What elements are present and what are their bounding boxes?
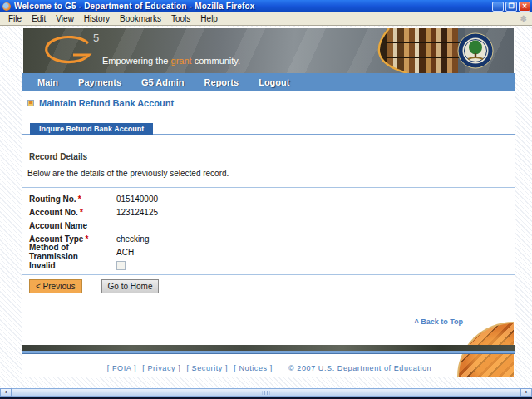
field-value: checking xyxy=(116,234,149,244)
field-label: Account No.* xyxy=(29,208,116,217)
go-to-home-button[interactable]: Go to Home xyxy=(101,279,160,293)
menu-tools[interactable]: Tools xyxy=(166,13,195,24)
field-row-account-name: Account Name xyxy=(22,219,515,232)
invalid-checkbox[interactable] xyxy=(116,261,126,270)
g5-logo-icon: 5 xyxy=(42,32,108,73)
minimize-button[interactable]: – xyxy=(492,2,504,12)
required-asterisk: * xyxy=(80,208,83,217)
menu-edit[interactable]: Edit xyxy=(27,13,51,24)
main-nav: Main Payments G5 Admin Reports Logout xyxy=(22,73,515,91)
required-asterisk: * xyxy=(78,195,81,204)
g5-logo-number: 5 xyxy=(93,32,99,44)
header-banner: 5 Empowering the grant community. xyxy=(23,28,514,73)
field-label: Account Name xyxy=(29,221,116,230)
content-card: 5 Empowering the grant community. xyxy=(22,27,515,377)
scrollbar-thumb[interactable] xyxy=(12,388,520,397)
field-row-account-no: Account No.* 123124125 xyxy=(22,205,515,219)
footer-link-notices[interactable]: [ Notices ] xyxy=(234,364,273,372)
menu-bookmarks[interactable]: Bookmarks xyxy=(115,13,166,24)
footer-link-security[interactable]: [ Security ] xyxy=(186,364,228,372)
section-description: Below are the details of the previously … xyxy=(27,169,515,178)
menu-bar: File Edit View History Bookmarks Tools H… xyxy=(0,12,532,26)
nav-payments[interactable]: Payments xyxy=(78,77,121,87)
firefox-icon xyxy=(2,2,11,11)
close-button[interactable]: ✕ xyxy=(519,2,530,12)
back-to-top-link[interactable]: ^ Back to Top xyxy=(414,318,463,326)
menu-view[interactable]: View xyxy=(51,13,79,24)
footer: [ FOIA ] [ Privacy ] [ Security ] [ Noti… xyxy=(22,364,515,372)
scrollbar-gripper xyxy=(263,391,270,395)
footer-divider-bar xyxy=(22,345,515,354)
field-label: Invalid xyxy=(29,261,116,270)
bookshelf-image xyxy=(356,28,466,73)
education-seal-icon xyxy=(457,32,494,72)
field-label: Method of Tranmission xyxy=(29,243,116,261)
divider-top xyxy=(22,187,515,188)
field-value: ACH xyxy=(116,248,134,257)
copyright-text: © 2007 U.S. Department of Education xyxy=(288,364,431,372)
throbber-icon: ✽ xyxy=(520,14,527,23)
tab-inquire-refund-bank-account[interactable]: Inquire Refund Bank Account xyxy=(30,123,153,135)
field-row-routing-no: Routing No.* 015140000 xyxy=(22,192,515,205)
tab-strip: Inquire Refund Bank Account xyxy=(22,123,515,135)
divider-bottom xyxy=(22,274,515,275)
nav-logout[interactable]: Logout xyxy=(259,77,289,87)
nav-g5-admin[interactable]: G5 Admin xyxy=(141,77,185,87)
window-title: Welcome to G5 - Department of Education … xyxy=(14,2,492,11)
required-asterisk: * xyxy=(85,234,88,244)
page-background: 5 Empowering the grant community. xyxy=(0,26,532,399)
scroll-right-arrow[interactable]: › xyxy=(520,388,532,397)
footer-link-foia[interactable]: [ FOIA ] xyxy=(107,364,136,372)
section-heading: Record Details xyxy=(29,152,515,161)
footer-link-privacy[interactable]: [ Privacy ] xyxy=(142,364,180,372)
field-value: 015140000 xyxy=(116,195,158,204)
field-label: Account Type* xyxy=(29,234,116,244)
menu-file[interactable]: File xyxy=(3,13,27,24)
previous-button[interactable]: < Previous xyxy=(29,279,82,293)
banner-tagline: Empowering the grant community. xyxy=(102,56,240,66)
window-titlebar[interactable]: Welcome to G5 - Department of Education … xyxy=(0,0,532,12)
nav-main[interactable]: Main xyxy=(37,77,58,87)
scroll-left-arrow[interactable]: ‹ xyxy=(0,388,12,397)
horizontal-scrollbar[interactable]: ‹ › xyxy=(0,388,532,397)
restore-button[interactable]: ❐ xyxy=(505,2,517,12)
menu-help[interactable]: Help xyxy=(195,13,223,24)
field-value: 123124125 xyxy=(116,208,158,217)
field-label: Routing No.* xyxy=(29,195,116,204)
page-title-icon xyxy=(27,100,34,106)
menu-history[interactable]: History xyxy=(79,13,115,24)
page-title: Maintain Refund Bank Account xyxy=(39,98,174,108)
field-row-method-of-tranmission: Method of Tranmission ACH xyxy=(22,245,515,259)
nav-reports[interactable]: Reports xyxy=(204,77,239,87)
field-row-invalid: Invalid xyxy=(22,259,515,272)
